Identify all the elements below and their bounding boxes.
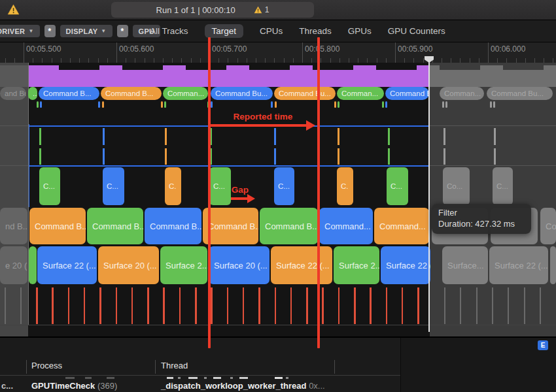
command-buffer-block[interactable]: Command... [319, 208, 373, 244]
command-buffer-pill[interactable]: Command Bu... [274, 87, 336, 100]
surface-block[interactable]: Surface 22 (... [381, 246, 430, 284]
signpost-tick [207, 101, 209, 108]
command-buffer-block[interactable]: Command B... [260, 208, 318, 244]
filter-chip-star[interactable]: * [117, 25, 128, 37]
clipped-glyph [178, 377, 181, 379]
thread-cell[interactable]: _dispatch_workloop_worker_thread 0x... [161, 381, 325, 391]
filter-chip-star[interactable]: * [44, 25, 56, 37]
clipped-glyph [167, 377, 173, 379]
filter-chip-driver[interactable]: DRIVER▼ [0, 25, 40, 37]
ruler-major-tick [24, 42, 24, 63]
ruler-label: 00:05.800 [305, 44, 339, 54]
warning-count: 1 [265, 5, 269, 14]
encoder-block[interactable]: C... [274, 167, 294, 205]
surface-block[interactable]: Surface 20 (... [98, 246, 159, 284]
vsync-notch [186, 65, 226, 70]
encoder-block[interactable]: C. [337, 167, 353, 205]
time-ruler[interactable]: 00:05.50000:05.60000:05.70000:05.80000:0… [0, 42, 556, 63]
encoder-block[interactable]: C... [209, 167, 231, 205]
run-label: Run 1 of 1 | 00:00:10 [156, 5, 235, 15]
vsync-notch [503, 65, 544, 70]
surface-block[interactable]: Surface 2... [334, 246, 379, 284]
vsync-tick [417, 287, 419, 324]
ruler-major-tick [302, 42, 303, 63]
ruler-tick [274, 58, 275, 63]
inspector-pane [401, 338, 556, 392]
command-buffer-pill[interactable]: Comman... [163, 87, 208, 100]
encoder-block[interactable]: C. [165, 167, 181, 205]
row-col0[interactable]: c... [1, 381, 13, 391]
filter-chip-display[interactable]: DISPLAY▼ [60, 25, 113, 37]
ruler-tick [367, 58, 368, 63]
signpost-tick [334, 101, 336, 108]
toolbar-warning-badge[interactable]: 1 [254, 5, 269, 14]
vsync-tick [402, 287, 404, 324]
ruler-tick [553, 58, 553, 63]
track-separator-dim [430, 125, 556, 126]
surface-block[interactable]: Surface... [442, 246, 488, 284]
command-buffer-block[interactable]: nd B... [0, 208, 27, 244]
vsync-notch [249, 65, 290, 70]
encoder-tick [388, 128, 390, 145]
tab-gpus[interactable]: GPUs [348, 26, 372, 36]
surface-block[interactable]: e 20 (... [0, 246, 27, 284]
command-buffer-pill[interactable]: Command B... [101, 87, 162, 100]
vsync-tick-dim [476, 287, 478, 324]
surface-block[interactable]: Surface 22 (... [271, 246, 332, 284]
command-buffer-pill[interactable]: Command B... [39, 87, 99, 100]
encoder-block[interactable]: C... [103, 167, 124, 205]
surface-block[interactable]: Surface 2... [160, 246, 207, 284]
encoder-tick [338, 128, 339, 145]
command-buffer-block[interactable]: Command... [374, 208, 429, 244]
encoder-tick [39, 128, 41, 145]
chip-label: * [48, 27, 52, 36]
tab-gpu-counters[interactable]: GPU Counters [388, 26, 445, 36]
vsync-tick [338, 287, 340, 324]
extended-detail-badge[interactable]: E [538, 340, 548, 350]
chevron-down-icon: ▼ [28, 28, 33, 34]
vsync-tick [179, 287, 181, 324]
command-buffer-block[interactable]: Command B... [203, 208, 258, 244]
ruler-tick [228, 58, 228, 63]
signpost-tick [211, 101, 213, 108]
surface-block[interactable] [29, 246, 37, 284]
command-buffer-block[interactable]: Co... [540, 208, 556, 244]
ruler-tick [52, 58, 52, 63]
command-buffer-pill[interactable]: Command Bu... [211, 87, 273, 100]
clipped-glyph [85, 377, 92, 379]
ruler-tick [525, 58, 526, 63]
vsync-tick [84, 287, 86, 324]
process-pid: (369) [97, 381, 117, 391]
ruler-tick [247, 58, 247, 63]
command-buffer-pill[interactable]: ... [28, 87, 37, 100]
command-buffer-pill[interactable]: and Bu... [0, 87, 26, 100]
command-buffer-block[interactable]: Command B... [145, 208, 201, 244]
warning-icon[interactable] [7, 4, 20, 15]
tab-target[interactable]: Target [205, 24, 244, 38]
ruler-tick [265, 58, 266, 63]
encoder-block[interactable]: C... [493, 167, 513, 205]
encoder-block[interactable]: Co... [443, 167, 470, 205]
clipped-glyph [65, 377, 75, 379]
surface-block[interactable] [550, 246, 556, 284]
command-buffer-pill[interactable]: Command Bu... [487, 87, 553, 100]
command-buffer-pill[interactable]: Command B... [385, 87, 429, 100]
tab-cpus[interactable]: CPUs [260, 26, 283, 36]
vsync-tick [386, 287, 388, 324]
surface-block[interactable]: Surface 20 (... [209, 246, 269, 284]
command-buffer-pill[interactable]: Comman... [337, 87, 384, 100]
command-buffer-pill[interactable]: Comman... [440, 87, 484, 100]
tab-all-tracks[interactable]: All Tracks [150, 26, 188, 36]
ruler-tick [181, 58, 182, 63]
surface-block[interactable]: Surface 22 (... [37, 246, 97, 284]
encoder-block[interactable]: C... [39, 167, 60, 205]
ruler-tick [442, 58, 442, 63]
run-status-pill[interactable]: Run 1 of 1 | 00:00:10 1 [111, 2, 314, 18]
command-buffer-block[interactable]: Command B... [29, 208, 86, 244]
process-cell[interactable]: GPUTimeCheck (369) [31, 381, 117, 391]
tab-threads[interactable]: Threads [299, 26, 332, 36]
encoder-block[interactable]: C... [387, 167, 408, 205]
command-buffer-block[interactable]: Command B... [87, 208, 143, 244]
surface-block[interactable]: Surface 22 (... [489, 246, 548, 284]
ruler-tick [349, 58, 349, 63]
